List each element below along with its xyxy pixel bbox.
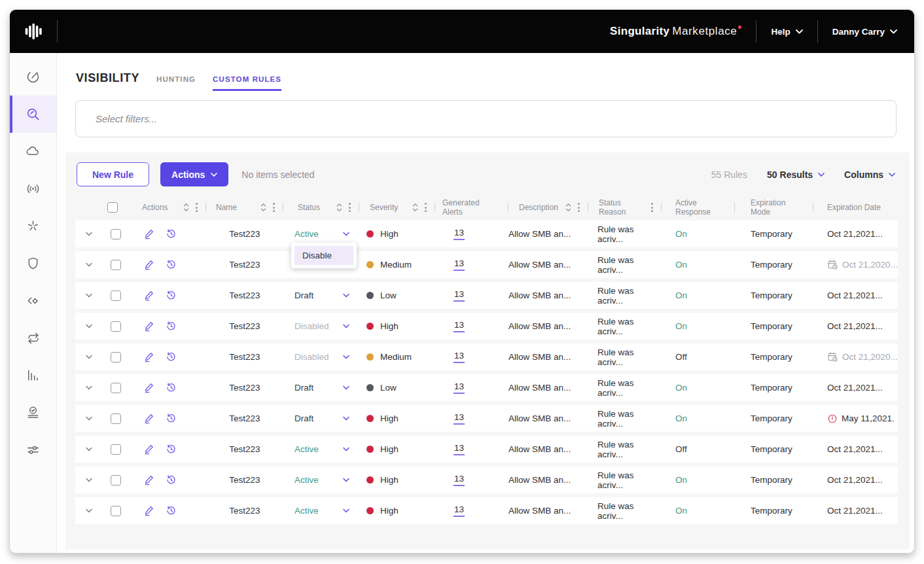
rule-status-cell[interactable]: Disabled [283, 352, 359, 362]
edit-rule-icon[interactable] [143, 443, 155, 455]
column-menu-icon[interactable] [650, 202, 654, 213]
generated-alerts-link[interactable]: 13 [453, 228, 465, 240]
rule-history-icon[interactable] [165, 381, 177, 394]
edit-rule-icon[interactable] [143, 289, 155, 302]
column-menu-icon[interactable] [194, 202, 199, 213]
column-header-active-response[interactable]: Active Response [662, 197, 735, 218]
column-header-expiration-mode[interactable]: Expiration Mode [735, 197, 813, 218]
status-chevron-icon[interactable] [343, 355, 349, 359]
sidebar-item-dashboard[interactable] [10, 58, 56, 96]
rule-history-icon[interactable] [165, 412, 177, 425]
generated-alerts-link[interactable]: 13 [453, 504, 465, 517]
status-chevron-icon[interactable] [343, 232, 349, 236]
status-chevron-icon[interactable] [343, 447, 349, 451]
generated-alerts-link[interactable]: 13 [453, 320, 465, 332]
sidebar-item-cloud[interactable] [10, 133, 56, 170]
row-checkbox[interactable] [111, 352, 121, 362]
sort-icon[interactable] [336, 203, 342, 212]
rule-status-cell[interactable]: Active [283, 444, 359, 454]
rule-history-icon[interactable] [165, 443, 177, 455]
column-menu-icon[interactable] [577, 202, 581, 213]
rule-status-cell[interactable]: Draft [283, 383, 359, 393]
row-checkbox[interactable] [111, 475, 121, 485]
row-checkbox[interactable] [111, 260, 121, 270]
rule-status-cell[interactable]: Draft [283, 414, 359, 423]
column-header-status[interactable]: Status [283, 197, 359, 218]
rule-history-icon[interactable] [165, 504, 177, 517]
user-menu-button[interactable]: Danny Carry [832, 27, 897, 37]
row-expand-chevron-icon[interactable] [86, 232, 92, 236]
rule-history-icon[interactable] [165, 289, 177, 302]
new-rule-button[interactable]: New Rule [77, 162, 149, 186]
edit-rule-icon[interactable] [143, 474, 155, 486]
select-all-checkbox[interactable] [107, 202, 118, 213]
rule-status-cell[interactable]: Active [283, 229, 359, 239]
rule-status-cell[interactable]: Active [283, 475, 359, 485]
column-header-actions[interactable]: Actions [129, 197, 206, 218]
tab-custom-rules[interactable]: CUSTOM RULES [213, 75, 281, 91]
generated-alerts-link[interactable]: 13 [453, 474, 465, 486]
edit-rule-icon[interactable] [143, 351, 155, 363]
column-header-name[interactable]: Name [206, 197, 283, 218]
edit-rule-icon[interactable] [143, 381, 155, 394]
row-expand-chevron-icon[interactable] [86, 478, 92, 482]
rule-history-icon[interactable] [165, 320, 177, 332]
status-chevron-icon[interactable] [343, 293, 349, 298]
sidebar-item-settings[interactable] [10, 431, 56, 468]
row-checkbox[interactable] [111, 414, 121, 424]
rule-history-icon[interactable] [165, 474, 177, 486]
sidebar-item-visibility[interactable] [10, 96, 56, 133]
row-checkbox[interactable] [111, 383, 121, 393]
sort-icon[interactable] [412, 203, 418, 212]
row-expand-chevron-icon[interactable] [86, 293, 92, 298]
generated-alerts-link[interactable]: 13 [453, 443, 465, 455]
sidebar-item-automation[interactable] [10, 207, 56, 245]
sidebar-item-sync[interactable] [10, 319, 56, 357]
row-expand-chevron-icon[interactable] [86, 508, 92, 513]
column-header-expiration-date[interactable]: Expiration Date [813, 197, 898, 218]
edit-rule-icon[interactable] [143, 412, 155, 425]
column-header-severity[interactable]: Severity [359, 197, 435, 218]
generated-alerts-link[interactable]: 13 [453, 381, 465, 394]
edit-rule-icon[interactable] [143, 228, 155, 240]
column-menu-icon[interactable] [347, 202, 352, 213]
row-checkbox[interactable] [111, 506, 121, 516]
sort-icon[interactable] [260, 203, 266, 212]
status-chevron-icon[interactable] [343, 385, 349, 390]
column-menu-icon[interactable] [423, 202, 428, 213]
row-expand-chevron-icon[interactable] [86, 324, 92, 328]
rule-status-cell[interactable]: Draft [283, 291, 359, 300]
row-expand-chevron-icon[interactable] [86, 385, 92, 390]
generated-alerts-link[interactable]: 13 [453, 412, 465, 425]
edit-rule-icon[interactable] [143, 320, 155, 332]
edit-rule-icon[interactable] [143, 504, 155, 517]
status-dropdown-item-disable[interactable]: Disable [294, 246, 353, 265]
help-menu-button[interactable]: Help [771, 27, 802, 37]
sidebar-item-network[interactable] [10, 170, 56, 207]
columns-dropdown[interactable]: Columns [844, 169, 895, 180]
generated-alerts-link[interactable]: 13 [453, 258, 465, 271]
sidebar-item-protection[interactable] [10, 245, 56, 282]
row-expand-chevron-icon[interactable] [86, 262, 92, 267]
status-chevron-icon[interactable] [343, 416, 349, 421]
sidebar-item-reports[interactable] [10, 357, 56, 394]
row-expand-chevron-icon[interactable] [86, 447, 92, 451]
rule-history-icon[interactable] [165, 258, 177, 271]
filter-input[interactable]: Select filters... [75, 100, 897, 137]
status-chevron-icon[interactable] [343, 508, 349, 513]
tab-hunting[interactable]: HUNTING [156, 75, 196, 89]
rule-status-cell[interactable]: Disabled [283, 321, 359, 331]
status-chevron-icon[interactable] [343, 478, 349, 482]
column-header-generated-alerts[interactable]: Generated Alerts [435, 197, 508, 218]
generated-alerts-link[interactable]: 13 [453, 351, 465, 363]
rule-history-icon[interactable] [165, 351, 177, 363]
status-chevron-icon[interactable] [343, 324, 349, 328]
row-expand-chevron-icon[interactable] [86, 355, 92, 359]
sort-icon[interactable] [565, 203, 571, 212]
row-checkbox[interactable] [111, 291, 121, 301]
actions-button[interactable]: Actions [160, 162, 228, 186]
row-checkbox[interactable] [111, 444, 121, 455]
edit-rule-icon[interactable] [143, 258, 155, 271]
generated-alerts-link[interactable]: 13 [453, 289, 465, 302]
sort-icon[interactable] [183, 203, 189, 212]
